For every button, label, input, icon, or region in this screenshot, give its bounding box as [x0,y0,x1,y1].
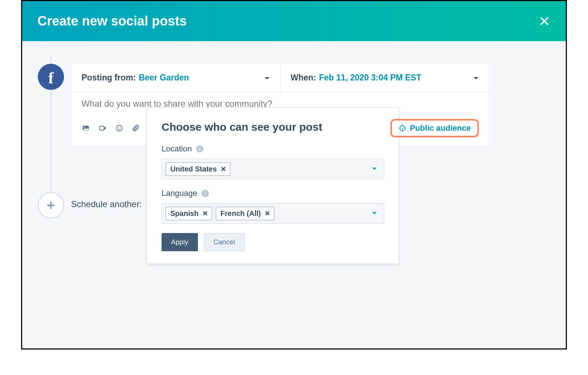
facebook-network-icon: f [38,64,64,90]
when-label: When: [291,73,316,83]
image-icon[interactable] [82,124,90,133]
chip-remove-icon[interactable] [203,211,207,216]
svg-point-7 [116,125,123,131]
posting-from-value: Beer Garden [139,73,189,83]
public-audience-button[interactable]: Public audience [390,119,479,137]
posting-from-label: Posting from: [82,73,136,83]
chip-label: French (All) [220,209,261,218]
language-label-row: Language i [162,189,384,198]
composer-header-row: Posting from: Beer Garden When: Feb 11, … [71,63,489,92]
chip-remove-icon[interactable] [265,211,270,216]
language-chip: Spanish [166,207,212,220]
popover-actions: Apply Cancel [162,233,384,251]
chip-remove-icon[interactable] [221,167,226,171]
location-label: Location [162,144,192,154]
chevron-down-icon [473,73,479,83]
close-icon[interactable] [538,15,551,27]
cancel-button[interactable]: Cancel [204,233,245,251]
svg-point-9 [120,127,121,128]
schedule-another-label: Schedule another: [71,199,142,209]
language-chip: French (All) [216,207,274,220]
emoji-icon[interactable] [115,124,124,133]
video-icon[interactable] [98,124,107,133]
chevron-down-icon [264,73,270,83]
location-multiselect[interactable]: United States [162,159,384,179]
when-dropdown[interactable]: When: Feb 11, 2020 3:04 PM EST [281,63,489,92]
app-frame: Create new social posts f Schedule anoth… [21,0,567,350]
modal-header: Create new social posts [22,1,566,41]
location-chip: United States [166,162,230,176]
facebook-f-glyph: f [48,70,54,86]
when-value: Feb 11, 2020 3:04 PM EST [319,73,421,83]
popover-title: Choose who can see your post [162,121,384,133]
modal-title: Create new social posts [37,13,187,29]
svg-point-8 [118,127,119,128]
chevron-down-icon [372,166,377,172]
info-icon[interactable]: i [202,190,209,197]
svg-point-11 [402,127,403,129]
language-field: Language i Spanish French (All) [162,189,384,224]
language-multiselect[interactable]: Spanish French (All) [162,203,384,224]
toolbar-left-group [82,124,140,133]
add-post-button[interactable] [38,192,64,218]
location-field: Location i United States [162,144,384,179]
location-label-row: Location i [162,144,384,154]
svg-rect-6 [100,126,104,130]
chip-label: Spanish [170,209,199,218]
info-icon[interactable]: i [196,145,203,153]
chip-label: United States [170,165,217,173]
public-audience-label: Public audience [410,123,471,133]
chevron-down-icon [372,210,377,217]
language-label: Language [162,189,197,198]
audience-popover: Choose who can see your post Location i … [147,107,399,264]
apply-button[interactable]: Apply [162,233,198,251]
svg-point-5 [84,127,86,128]
attachment-icon[interactable] [132,124,140,133]
posting-from-dropdown[interactable]: Posting from: Beer Garden [71,63,281,92]
